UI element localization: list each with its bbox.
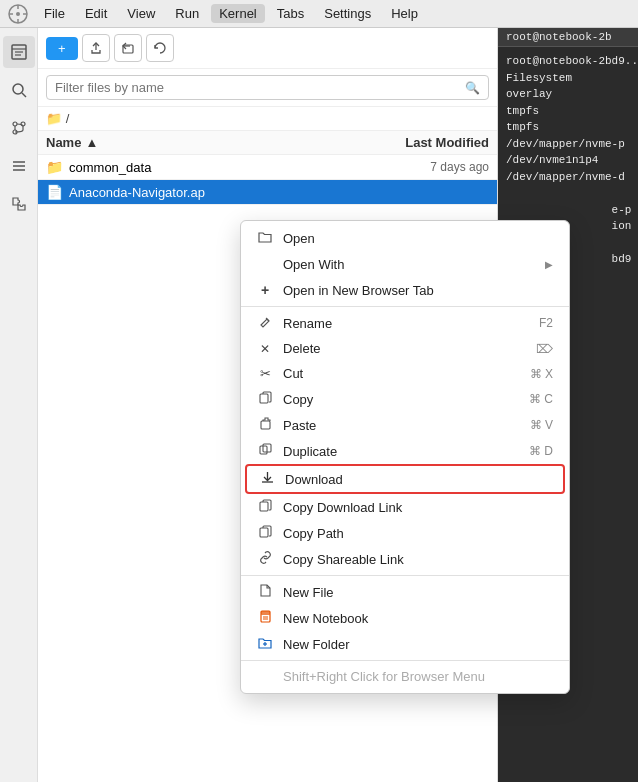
upload-button[interactable] [82,34,110,62]
terminal-line: tmpfs [506,119,630,136]
ctx-copy-path-icon [257,525,273,541]
ctx-duplicate[interactable]: Duplicate ⌘ D [241,438,569,464]
menu-help[interactable]: Help [383,4,426,23]
search-input[interactable] [55,80,465,95]
ctx-delete-icon: ✕ [257,342,273,356]
ctx-delete-label: Delete [283,341,526,356]
ctx-open-label: Open [283,231,553,246]
svg-point-1 [16,12,20,16]
ctx-copy-path[interactable]: Copy Path [241,520,569,546]
ctx-new-folder[interactable]: New Folder [241,631,569,657]
ctx-duplicate-icon [257,443,273,459]
ctx-cut-label: Cut [283,366,520,381]
ctx-cut[interactable]: ✂ Cut ⌘ X [241,361,569,386]
ctx-copy-path-label: Copy Path [283,526,553,541]
svg-rect-24 [261,421,270,429]
menu-settings[interactable]: Settings [316,4,379,23]
sidebar-icon-menu[interactable] [3,150,35,182]
ctx-duplicate-shortcut: ⌘ D [529,444,553,458]
ctx-download-icon [259,471,275,487]
ctx-browser-menu-label: Shift+Right Click for Browser Menu [283,669,553,684]
col-modified-header[interactable]: Last Modified [369,135,489,150]
ctx-rename-label: Rename [283,316,529,331]
ctx-cut-icon: ✂ [257,366,273,381]
terminal-line: /dev/mapper/nvme-p [506,136,630,153]
ctx-new-notebook-icon [257,610,273,626]
sidebar-icon-puzzle[interactable] [3,188,35,220]
svg-rect-30 [260,502,268,511]
ctx-copy-label: Copy [283,392,519,407]
menubar: File Edit View Run Kernel Tabs Settings … [0,0,638,28]
ctx-cut-shortcut: ⌘ X [530,367,553,381]
file-toolbar: + [38,28,497,69]
ctx-new-notebook[interactable]: New Notebook [241,605,569,631]
ctx-new-file-icon [257,584,273,600]
terminal-line: overlay [506,86,630,103]
ctx-copy[interactable]: Copy ⌘ C [241,386,569,412]
menu-tabs[interactable]: Tabs [269,4,312,23]
ctx-open-with-label: Open With [283,257,535,272]
menu-file[interactable]: File [36,4,73,23]
ctx-paste-shortcut: ⌘ V [530,418,553,432]
ctx-rename[interactable]: Rename F2 [241,310,569,336]
ctx-copy-shareable-link-label: Copy Shareable Link [283,552,553,567]
ctx-rename-icon [257,315,273,331]
sort-arrow-icon: ▲ [85,135,98,150]
col-name-header[interactable]: Name ▲ [46,135,369,150]
svg-rect-31 [260,528,268,537]
upload-file-button[interactable] [114,34,142,62]
svg-point-12 [13,122,17,126]
folder-icon: 📁 [46,159,63,175]
ctx-new-folder-label: New Folder [283,637,553,652]
terminal-line: tmpfs [506,103,630,120]
separator-2 [241,575,569,576]
terminal-line: e-p [506,202,630,219]
sidebar-icon-git[interactable] [3,112,35,144]
menu-edit[interactable]: Edit [77,4,115,23]
ctx-open[interactable]: Open [241,225,569,252]
file-row-common-data[interactable]: 📁 common_data 7 days ago [38,155,497,180]
ctx-download-label: Download [285,472,551,487]
ctx-new-file[interactable]: New File [241,579,569,605]
plus-icon: + [58,41,66,56]
ctx-delete[interactable]: ✕ Delete ⌦ [241,336,569,361]
menu-run[interactable]: Run [167,4,207,23]
menu-view[interactable]: View [119,4,163,23]
separator-1 [241,306,569,307]
new-button[interactable]: + [46,37,78,60]
terminal-line: root@notebook-2bd9... [506,53,630,70]
menu-kernel[interactable]: Kernel [211,4,265,23]
ctx-copy-shortcut: ⌘ C [529,392,553,406]
sidebar-icon-files[interactable] [3,36,35,68]
terminal-line: Filesystem [506,70,630,87]
sidebar-icon-search[interactable] [3,74,35,106]
ctx-copy-icon [257,391,273,407]
ctx-copy-shareable-link[interactable]: Copy Shareable Link [241,546,569,572]
search-input-wrap[interactable]: 🔍 [46,75,489,100]
search-icon: 🔍 [465,81,480,95]
ctx-paste-label: Paste [283,418,520,433]
ctx-copy-download-link[interactable]: Copy Download Link [241,494,569,520]
sidebar-icons [0,28,38,782]
refresh-button[interactable] [146,34,174,62]
file-name: Anaconda-Navigator.ap [69,185,369,200]
terminal-line [506,185,630,202]
svg-rect-23 [260,394,268,403]
separator-3 [241,660,569,661]
breadcrumb: 📁 / [38,107,497,131]
ctx-new-notebook-label: New Notebook [283,611,553,626]
ctx-copy-download-link-icon [257,499,273,515]
ctx-paste[interactable]: Paste ⌘ V [241,412,569,438]
terminal-line: /dev/mapper/nvme-d [506,169,630,186]
file-doc-icon: 📄 [46,184,63,200]
ctx-new-file-label: New File [283,585,553,600]
ctx-copy-shareable-link-icon [257,551,273,567]
ctx-download[interactable]: Download [245,464,565,494]
svg-line-11 [22,93,26,97]
svg-point-10 [13,84,23,94]
terminal-header: root@notebook-2b [498,28,638,47]
file-row-anaconda[interactable]: 📄 Anaconda-Navigator.ap [38,180,497,205]
ctx-open-with[interactable]: Open With ▶ [241,252,569,277]
ctx-open-new-tab[interactable]: + Open in New Browser Tab [241,277,569,303]
svg-rect-33 [261,611,270,615]
